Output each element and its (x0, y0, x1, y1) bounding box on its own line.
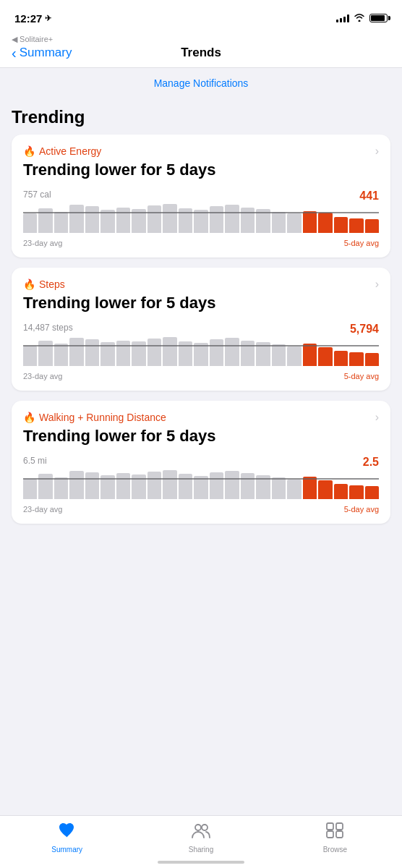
status-icons (336, 12, 388, 24)
back-app-label: ◀ Solitaire+ (12, 35, 53, 44)
tab-sharing[interactable]: Sharing (172, 822, 230, 854)
nav-bar: ◀ Solitaire+ ‹ Summary Trends (0, 32, 402, 68)
back-label: Summary (20, 46, 72, 60)
flame-icon-steps: 🔥 (23, 278, 35, 290)
recent-footer-walking-running: 5-day avg (344, 505, 379, 514)
card-label-walking-running: 🔥 Walking + Running Distance (23, 412, 166, 423)
chart-bars-steps (23, 337, 379, 366)
status-time: 12:27 ✈︎ (14, 12, 51, 25)
trend-text-steps: Trending lower for 5 days (23, 294, 379, 312)
svg-rect-2 (327, 823, 333, 830)
svg-point-1 (202, 825, 208, 830)
back-button[interactable]: ‹ Summary (12, 46, 72, 60)
svg-rect-4 (327, 831, 333, 838)
card-header-active-energy: 🔥 Active Energy › (23, 145, 379, 158)
chart-footer-walking-running: 23-day avg 5-day avg (23, 505, 379, 514)
svg-rect-3 (336, 823, 343, 830)
tab-summary-label: Summary (51, 846, 82, 854)
chart-bars-active-energy (23, 204, 379, 233)
tab-sharing-label: Sharing (189, 846, 213, 854)
section-title: Trending (12, 98, 390, 135)
page-title: Trends (181, 46, 221, 60)
chart-footer-active-energy: 23-day avg 5-day avg (23, 239, 379, 247)
home-indicator (158, 861, 244, 864)
avg-line-walking-running (23, 478, 379, 480)
recent-footer-active-energy: 5-day avg (344, 239, 379, 247)
tab-browse[interactable]: Browse (306, 822, 364, 854)
chart-active-energy: 757 cal 441 23-day avg 5-day avg (23, 190, 379, 247)
trend-card-steps[interactable]: 🔥 Steps › Trending lower for 5 days 14,4… (12, 268, 390, 391)
card-header-steps: 🔥 Steps › (23, 278, 379, 291)
avg-label-active-energy: 757 cal (23, 190, 51, 200)
current-value-walking-running: 2.5 (363, 456, 379, 469)
back-row: ◀ Solitaire+ (12, 35, 390, 44)
trend-card-walking-running[interactable]: 🔥 Walking + Running Distance › Trending … (12, 401, 390, 524)
people-icon (190, 822, 212, 843)
flame-icon-active-energy: 🔥 (23, 145, 35, 157)
card-label-steps: 🔥 Steps (23, 278, 65, 290)
wifi-icon (354, 12, 365, 24)
back-chevron-icon: ‹ (12, 46, 17, 60)
main-content: Trending 🔥 Active Energy › Trending lowe… (0, 93, 402, 599)
current-value-steps: 5,794 (350, 323, 379, 336)
location-icon: ✈︎ (45, 14, 51, 23)
grid-icon (325, 822, 344, 843)
manage-notifications-link[interactable]: Manage Notifications (154, 77, 249, 89)
chart-footer-steps: 23-day avg 5-day avg (23, 372, 379, 380)
trend-text-active-energy: Trending lower for 5 days (23, 161, 379, 179)
svg-rect-5 (336, 831, 343, 838)
avg-line-active-energy (23, 212, 379, 213)
recent-footer-steps: 5-day avg (344, 372, 379, 380)
avg-label-walking-running: 6.5 mi (23, 456, 47, 466)
chevron-right-icon-walking-running: › (375, 411, 379, 424)
tab-browse-label: Browse (323, 846, 347, 854)
heart-icon (58, 822, 77, 843)
nav-title-row: ‹ Summary Trends (12, 46, 390, 60)
chart-walking-running: 6.5 mi 2.5 23-day avg 5-day avg (23, 456, 379, 514)
tab-summary[interactable]: Summary (38, 822, 96, 854)
svg-point-0 (195, 825, 201, 830)
card-label-active-energy: 🔥 Active Energy (23, 145, 101, 157)
avg-footer-steps: 23-day avg (23, 372, 62, 380)
trend-card-active-energy[interactable]: 🔥 Active Energy › Trending lower for 5 d… (12, 135, 390, 258)
card-header-walking-running: 🔥 Walking + Running Distance › (23, 411, 379, 424)
signal-bars (336, 14, 349, 22)
manage-notifications-bar: Manage Notifications (0, 68, 402, 93)
chart-bars-walking-running (23, 470, 379, 499)
chevron-right-icon-active-energy: › (375, 145, 379, 158)
chart-steps: 14,487 steps 5,794 23-day avg 5-day avg (23, 323, 379, 380)
trend-text-walking-running: Trending lower for 5 days (23, 427, 379, 446)
avg-label-steps: 14,487 steps (23, 323, 73, 333)
avg-footer-active-energy: 23-day avg (23, 239, 62, 247)
battery-icon (369, 14, 388, 22)
current-value-active-energy: 441 (359, 190, 379, 203)
avg-footer-walking-running: 23-day avg (23, 505, 62, 514)
chevron-right-icon-steps: › (375, 278, 379, 291)
flame-icon-walking-running: 🔥 (23, 412, 35, 423)
status-bar: 12:27 ✈︎ (0, 0, 402, 32)
avg-line-steps (23, 345, 379, 346)
